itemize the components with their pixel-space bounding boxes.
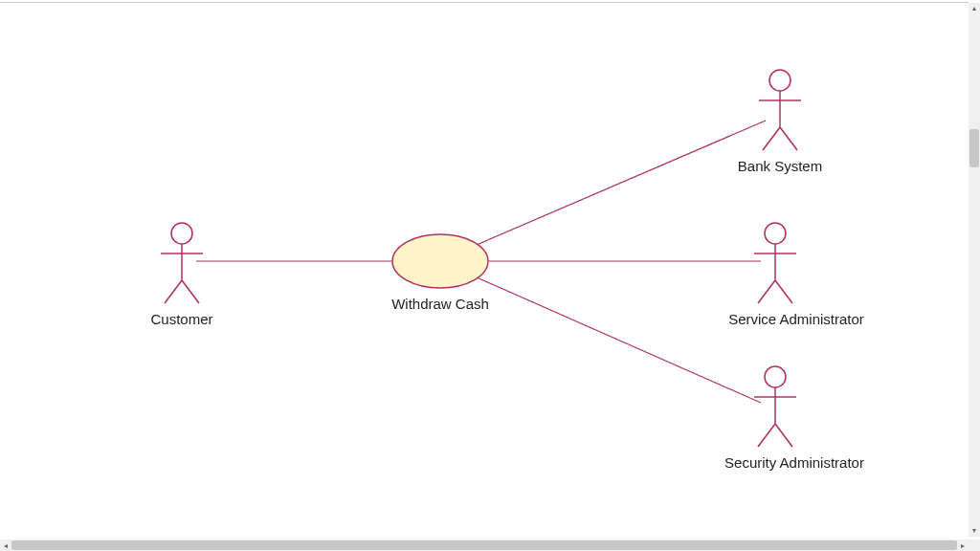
use-case-diagram: Withdraw Cash Customer Bank System — [0, 3, 969, 537]
vertical-scrollbar[interactable]: ▴ ▾ — [969, 3, 980, 537]
svg-line-14 — [758, 280, 775, 303]
actor-service-admin[interactable]: Service Administrator — [728, 223, 864, 327]
usecase-withdraw-cash[interactable]: Withdraw Cash — [391, 234, 489, 312]
svg-line-5 — [182, 280, 199, 303]
svg-point-0 — [392, 234, 488, 288]
scroll-down-arrow-icon[interactable]: ▾ — [969, 525, 980, 537]
actor-customer[interactable]: Customer — [150, 223, 212, 327]
svg-line-9 — [763, 127, 780, 150]
diagram-viewport: Withdraw Cash Customer Bank System — [0, 0, 980, 551]
usecase-label: Withdraw Cash — [391, 296, 489, 312]
assoc-usecase-security — [477, 277, 761, 403]
horizontal-scroll-track[interactable] — [11, 540, 957, 551]
svg-point-6 — [769, 70, 791, 91]
vertical-scroll-thumb[interactable] — [969, 129, 979, 167]
actor-security-label: Security Administrator — [724, 454, 864, 471]
horizontal-scroll-thumb[interactable] — [11, 540, 957, 550]
svg-line-19 — [758, 424, 775, 447]
svg-point-16 — [765, 366, 786, 387]
svg-line-15 — [775, 280, 792, 303]
actor-security-admin[interactable]: Security Administrator — [724, 366, 864, 471]
scroll-corner — [969, 540, 980, 551]
svg-line-10 — [780, 127, 797, 150]
assoc-usecase-bank — [477, 121, 766, 245]
svg-point-1 — [171, 223, 192, 244]
horizontal-scrollbar[interactable]: ◂ ▸ — [0, 540, 969, 551]
actor-service-label: Service Administrator — [728, 311, 864, 327]
scroll-up-arrow-icon[interactable]: ▴ — [969, 3, 980, 14]
scroll-right-arrow-icon[interactable]: ▸ — [957, 540, 969, 551]
actor-bank-system[interactable]: Bank System — [738, 70, 822, 174]
svg-line-4 — [165, 280, 182, 303]
svg-point-11 — [765, 223, 786, 244]
svg-line-20 — [775, 424, 792, 447]
diagram-canvas[interactable]: Withdraw Cash Customer Bank System — [0, 3, 969, 537]
scroll-left-arrow-icon[interactable]: ◂ — [0, 540, 11, 551]
vertical-scroll-track[interactable] — [969, 14, 980, 525]
actor-customer-label: Customer — [150, 311, 212, 327]
actor-bank-label: Bank System — [738, 158, 822, 174]
